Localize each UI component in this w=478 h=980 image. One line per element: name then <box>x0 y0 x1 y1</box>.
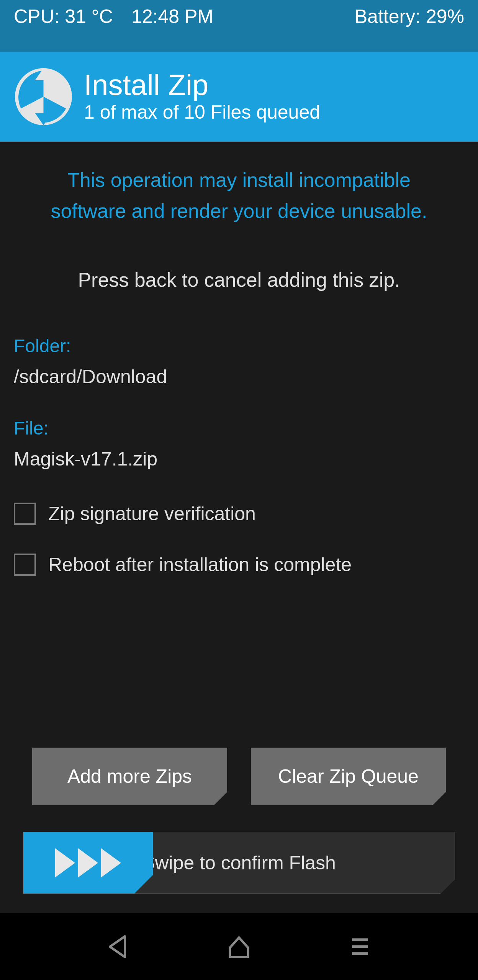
checkbox-icon[interactable] <box>14 554 36 576</box>
status-bar: CPU: 31 °C 12:48 PM Battery: 29% <box>0 0 478 52</box>
warning-line1: This operation may install incompatible <box>67 169 411 191</box>
checkbox-icon[interactable] <box>14 503 36 525</box>
chevron-right-icon <box>78 848 98 877</box>
content-area: This operation may install incompatible … <box>0 142 478 913</box>
home-icon[interactable] <box>225 933 253 960</box>
option-reboot-after-label: Reboot after installation is complete <box>48 554 352 576</box>
add-more-zips-label: Add more Zips <box>67 765 192 787</box>
nav-bar <box>0 913 478 980</box>
clear-zip-queue-label: Clear Zip Queue <box>278 765 419 787</box>
warning-text: This operation may install incompatible … <box>14 165 464 226</box>
option-zip-verify-label: Zip signature verification <box>48 503 256 525</box>
file-label: File: <box>14 418 464 439</box>
page-subtitle: 1 of max of 10 Files queued <box>84 101 320 123</box>
file-value: Magisk-v17.1.zip <box>14 448 464 470</box>
warning-line2: software and render your device unusable… <box>51 200 427 222</box>
option-reboot-after[interactable]: Reboot after installation is complete <box>14 554 464 576</box>
option-zip-verify[interactable]: Zip signature verification <box>14 503 464 525</box>
title-bar: Install Zip 1 of max of 10 Files queued <box>0 52 478 142</box>
add-more-zips-button[interactable]: Add more Zips <box>32 748 227 805</box>
chevron-right-icon <box>101 848 121 877</box>
menu-icon[interactable] <box>346 933 374 960</box>
chevron-right-icon <box>55 848 75 877</box>
instruction-text: Press back to cancel adding this zip. <box>14 268 464 291</box>
status-clock: 12:48 PM <box>131 5 213 28</box>
twrp-logo-icon <box>14 67 73 126</box>
swipe-slider[interactable]: Swipe to confirm Flash <box>23 832 455 894</box>
folder-label: Folder: <box>14 335 464 356</box>
clear-zip-queue-button[interactable]: Clear Zip Queue <box>251 748 446 805</box>
button-row: Add more Zips Clear Zip Queue <box>14 748 464 805</box>
back-icon[interactable] <box>104 933 132 960</box>
status-cpu-temp: CPU: 31 °C <box>14 5 113 28</box>
status-battery: Battery: 29% <box>355 5 464 28</box>
folder-value: /sdcard/Download <box>14 366 464 388</box>
page-title: Install Zip <box>84 70 320 100</box>
swipe-handle[interactable] <box>23 832 153 893</box>
